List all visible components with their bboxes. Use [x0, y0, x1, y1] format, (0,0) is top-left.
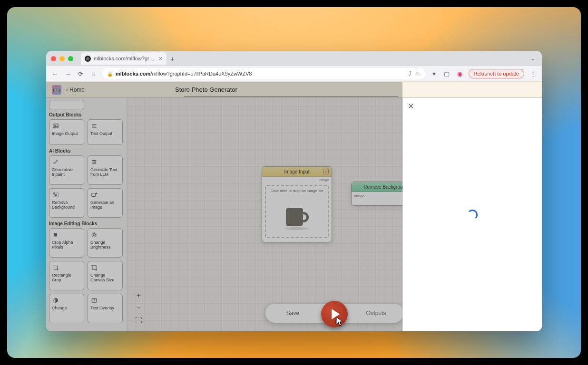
block-remove-background[interactable]: Remove Background: [49, 188, 84, 218]
svg-rect-12: [55, 194, 57, 196]
block-generate-image[interactable]: Generate an Image: [88, 188, 123, 218]
url-text: mlblocks.com/mlflow?graphId=o7llPaRDa4uX…: [116, 71, 252, 77]
back-home-label: Home: [69, 86, 85, 93]
node-port-out-label: Image: [262, 177, 332, 183]
share-icon[interactable]: ⤴: [409, 70, 412, 77]
browser-menu-icon[interactable]: ⋮: [529, 70, 537, 78]
preview-image: [282, 198, 312, 230]
window-close-button[interactable]: [51, 56, 56, 61]
run-button[interactable]: [321, 301, 348, 327]
app-viewport: 🤖 ‹ Home Store Photo Generator Output Bl…: [46, 82, 542, 331]
new-tab-button[interactable]: +: [170, 55, 175, 63]
svg-point-9: [95, 162, 96, 163]
zoom-in-button[interactable]: ＋: [134, 290, 143, 300]
tab-close-icon[interactable]: ✕: [158, 56, 163, 62]
palette-section-edit: Image Editing Blocks: [49, 221, 124, 226]
block-generative-inpaint[interactable]: Generative Inpaint: [49, 155, 84, 185]
window-zoom-button[interactable]: [68, 56, 73, 61]
zoom-controls: ＋ － ⛶: [134, 290, 143, 325]
save-button[interactable]: Save: [265, 310, 320, 317]
block-label: Text Output: [90, 131, 120, 136]
block-label: Remove Background: [52, 200, 81, 210]
nav-reload-button[interactable]: ⟳: [77, 70, 85, 78]
panel-close-button[interactable]: ✕: [408, 102, 414, 111]
crop-icon: [52, 264, 59, 271]
image-icon: [52, 123, 59, 129]
block-label: Change Brightness: [90, 240, 120, 250]
outputs-button[interactable]: Outputs: [349, 310, 403, 317]
img-plus-icon: [90, 192, 98, 198]
checker-icon: [52, 192, 59, 198]
tabs-dropdown-icon[interactable]: ⌄: [530, 55, 535, 62]
block-label: Crop Alpha Pixels: [52, 240, 81, 250]
svg-point-15: [93, 234, 96, 236]
node-close-icon[interactable]: ×: [323, 169, 329, 174]
block-change-canvas[interactable]: Change Canvas Size: [88, 261, 123, 290]
block-label: Generate Text from LLM: [90, 167, 120, 177]
half-circle-icon: [52, 297, 59, 304]
block-rectangle-crop[interactable]: Rectangle Crop: [49, 261, 84, 290]
node-image-input[interactable]: Image Input × Image Click here or drop a…: [262, 166, 332, 242]
sun-icon: [90, 231, 98, 238]
play-icon: [332, 309, 340, 319]
svg-rect-16: [92, 266, 96, 269]
address-bar[interactable]: 🔒 mlblocks.com/mlflow?graphId=o7llPaRDa4…: [102, 68, 425, 79]
block-palette: Output Blocks Image Output Text Output A…: [46, 98, 127, 331]
title-underline: [184, 96, 398, 96]
zoom-out-button[interactable]: －: [134, 303, 143, 312]
block-generate-text-llm[interactable]: Generate Text from LLM: [88, 155, 123, 185]
block-label: Change: [52, 306, 81, 310]
palette-section-output: Output Blocks: [49, 112, 124, 117]
canvas-resize-icon: [90, 264, 98, 271]
block-image-output[interactable]: Image Output: [49, 119, 84, 145]
tab-title: mlblocks.com/mlflow?graphi…: [94, 56, 156, 61]
app-logo-icon[interactable]: 🤖: [52, 85, 61, 95]
palette-collapsed-block[interactable]: [49, 101, 84, 109]
block-label: Change Canvas Size: [90, 273, 120, 283]
star-icon[interactable]: ☆: [415, 70, 421, 77]
back-home-button[interactable]: ‹ Home: [66, 86, 85, 93]
block-text-output[interactable]: Text Output: [88, 119, 123, 145]
block-label: Rectangle Crop: [52, 273, 81, 283]
browser-toolbar: ← → ⟳ ⌂ 🔒 mlblocks.com/mlflow?graphId=o7…: [46, 66, 542, 82]
image-dropzone[interactable]: Click here or drop an image file: [265, 185, 329, 238]
window-minimize-button[interactable]: [59, 56, 65, 61]
window-controls: [51, 56, 73, 61]
palette-section-ai: AI Blocks: [49, 148, 124, 154]
text-box-icon: [90, 297, 98, 304]
sidepanel-icon[interactable]: ▢: [443, 70, 451, 78]
extensions-icon[interactable]: ✦: [430, 70, 438, 78]
relaunch-button[interactable]: Relaunch to update: [469, 69, 524, 78]
block-label: Text Overlay: [90, 306, 120, 310]
loading-spinner-icon: [467, 210, 478, 220]
svg-point-8: [93, 160, 94, 161]
wand-icon: [52, 159, 59, 165]
node-wires: [127, 98, 270, 169]
block-label: Image Output: [52, 131, 81, 136]
block-label: Generative Inpaint: [52, 167, 81, 177]
text-lines-icon: [90, 123, 98, 129]
zoom-fit-button[interactable]: ⛶: [134, 315, 143, 325]
tab-favicon-icon: ◎: [85, 56, 91, 62]
block-text-overlay[interactable]: Text Overlay: [88, 294, 123, 323]
browser-tabstrip: ◎ mlblocks.com/mlflow?graphi… ✕ + ⌄: [46, 51, 542, 66]
block-crop-alpha[interactable]: Crop Alpha Pixels: [49, 228, 84, 258]
square-solid-icon: [52, 231, 59, 238]
block-label: Generate an Image: [90, 200, 120, 210]
recording-icon[interactable]: ◉: [456, 70, 464, 78]
nav-forward-button[interactable]: →: [64, 70, 72, 78]
block-change[interactable]: Change: [49, 294, 84, 323]
chevron-left-icon: ‹: [66, 86, 68, 93]
node-title: Image Input: [271, 169, 323, 174]
side-panel: ✕: [402, 98, 542, 331]
browser-window: ◎ mlblocks.com/mlflow?graphi… ✕ + ⌄ ← → …: [46, 51, 542, 331]
nav-back-button[interactable]: ←: [51, 70, 59, 78]
browser-tab[interactable]: ◎ mlblocks.com/mlflow?graphi… ✕: [81, 52, 167, 65]
lock-icon: 🔒: [107, 71, 113, 77]
svg-rect-14: [54, 233, 57, 237]
project-title[interactable]: Store Photo Generator: [175, 86, 237, 94]
nav-home-button[interactable]: ⌂: [89, 70, 98, 78]
svg-point-1: [54, 125, 55, 126]
block-change-brightness[interactable]: Change Brightness: [88, 228, 123, 258]
svg-rect-11: [53, 193, 55, 194]
